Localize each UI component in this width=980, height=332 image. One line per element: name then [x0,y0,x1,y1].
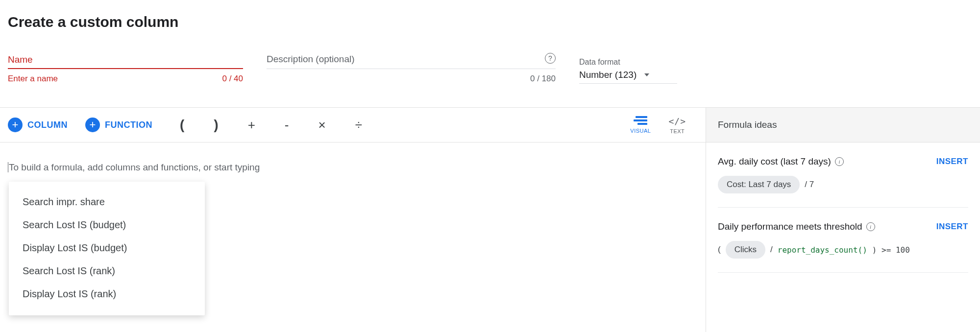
info-icon[interactable]: i [866,222,875,231]
idea-expr-suffix: / 7 [805,180,814,190]
idea-title: Daily performance meets threshold i [718,221,875,232]
add-column-button[interactable]: + COLUMN [8,118,68,132]
idea-title: Avg. daily cost (last 7 days) i [718,156,844,167]
page-title: Create a custom column [0,0,980,30]
data-format-value: Number (123) [579,70,637,80]
idea-title-text: Daily performance meets threshold [718,221,862,232]
column-suggestions-popup: Search impr. share Search Lost IS (budge… [9,182,205,315]
chevron-down-icon [644,73,649,76]
editor-toolbar-row: + COLUMN + FUNCTION ( ) + - × ÷ VISUAL <… [0,107,980,142]
suggestion-item[interactable]: Display Lost IS (budget) [9,237,205,260]
add-column-label: COLUMN [27,120,68,130]
mode-text-button[interactable]: </> TEXT [668,116,686,134]
name-char-counter: 0 / 40 [222,74,243,84]
name-input[interactable] [8,68,243,69]
name-label: Name [8,54,243,65]
meta-fields-row: Name Enter a name 0 / 40 ? 0 / 180 Data … [0,30,980,84]
operator-group: ( ) + - × ÷ [180,117,362,133]
data-format-label: Data format [579,58,677,67]
insert-button[interactable]: INSERT [936,157,968,166]
suggestion-item[interactable]: Display Lost IS (rank) [9,283,205,306]
visual-mode-icon [634,116,647,126]
description-field-block: ? 0 / 180 [267,52,556,84]
add-function-label: FUNCTION [105,120,152,130]
info-icon[interactable]: i [835,157,844,166]
formula-ideas-panel: Avg. daily cost (last 7 days) i INSERT C… [706,142,980,332]
idea-expression: ( Clicks / report_days_count()) >= 100 [718,241,968,259]
suggestion-item[interactable]: Search Lost IS (budget) [9,213,205,237]
data-format-block: Data format Number (123) [579,58,677,84]
formula-idea: Avg. daily cost (last 7 days) i INSERT C… [718,156,968,208]
plus-icon: + [85,118,100,132]
formula-idea: Daily performance meets threshold i INSE… [718,221,968,273]
times-button[interactable]: × [318,118,326,133]
description-char-counter: 0 / 180 [530,74,556,84]
idea-expr-mid: / [770,245,773,255]
editor-toolbar-left: + COLUMN + FUNCTION ( ) + - × ÷ VISUAL <… [0,108,706,142]
insert-button[interactable]: INSERT [936,222,968,232]
formula-editor-area[interactable]: To build a formula, add columns and func… [0,142,706,332]
idea-title-text: Avg. daily cost (last 7 days) [718,156,831,167]
formula-placeholder-text: To build a formula, add columns and func… [8,162,260,172]
suggestion-item[interactable]: Search Lost IS (rank) [9,260,205,283]
divide-button[interactable]: ÷ [355,118,362,133]
lparen-button[interactable]: ( [180,117,184,133]
idea-expr-prefix: ( [718,245,721,255]
mode-visual-label: VISUAL [630,128,651,134]
minus-button[interactable]: - [285,118,289,133]
help-icon[interactable]: ? [545,53,556,64]
column-chip[interactable]: Clicks [726,241,765,259]
plus-icon: + [8,118,23,132]
description-input[interactable] [267,52,556,69]
mode-visual-button[interactable]: VISUAL [630,116,651,134]
column-chip[interactable]: Cost: Last 7 days [718,176,800,193]
idea-expr-code: report_days_count() [778,245,867,255]
code-icon: </> [668,116,686,126]
formula-ideas-title: Formula ideas [718,119,777,130]
suggestion-item[interactable]: Search impr. share [9,190,205,213]
rparen-button[interactable]: ) [214,117,218,133]
idea-expression: Cost: Last 7 days / 7 [718,176,968,193]
mode-toggle-group: VISUAL </> TEXT [630,116,698,134]
mode-text-label: TEXT [670,128,685,134]
formula-ideas-header: Formula ideas [706,108,980,142]
name-helper-text: Enter a name [8,74,58,84]
editor-body-row: To build a formula, add columns and func… [0,142,980,332]
plus-button[interactable]: + [248,118,255,133]
idea-expr-tail: ) >= 100 [872,245,910,255]
add-function-button[interactable]: + FUNCTION [85,118,152,132]
data-format-select[interactable]: Number (123) [579,70,677,84]
name-field-block: Name Enter a name 0 / 40 [8,54,243,84]
